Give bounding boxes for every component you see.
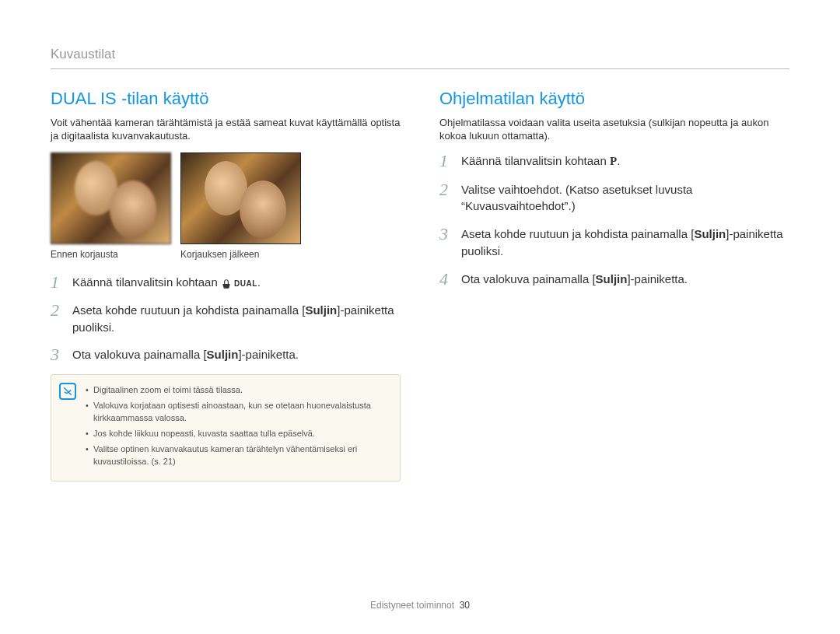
step-text: Käännä tilanvalitsin kohtaan P. <box>461 152 789 170</box>
left-step-3: 3 Ota valokuva painamalla [Suljin]-paini… <box>51 346 401 363</box>
image-row <box>51 152 401 244</box>
note-list: Digitaalinen zoom ei toimi tässä tilassa… <box>86 384 390 468</box>
right-steps: 1 Käännä tilanvalitsin kohtaan P. 2 Vali… <box>439 152 789 288</box>
p-mode-icon: P <box>610 153 617 170</box>
right-heading: Ohjelmatilan käyttö <box>439 89 789 109</box>
step-number: 2 <box>439 181 453 198</box>
page-header: Kuvaustilat <box>51 47 789 69</box>
step-number: 2 <box>51 302 65 319</box>
header-rule <box>51 68 789 69</box>
dual-is-icon: DUAL <box>221 278 257 290</box>
footer-page: 30 <box>460 600 470 611</box>
right-step-1: 1 Käännä tilanvalitsin kohtaan P. <box>439 152 789 170</box>
step-number: 1 <box>51 274 65 291</box>
note-item: Digitaalinen zoom ei toimi tässä tilassa… <box>86 384 390 397</box>
left-step-1: 1 Käännä tilanvalitsin kohtaan DUAL. <box>51 274 401 291</box>
left-steps: 1 Käännä tilanvalitsin kohtaan DUAL. 2 A… <box>51 274 401 364</box>
step-number: 1 <box>439 152 453 170</box>
left-heading: DUAL IS -tilan käyttö <box>51 89 401 109</box>
right-intro: Ohjelmatilassa voidaan valita useita ase… <box>439 117 789 143</box>
left-intro: Voit vähentää kameran tärähtämistä ja es… <box>51 117 401 143</box>
photo-before <box>51 152 171 244</box>
footer-section: Edistyneet toiminnot <box>370 600 454 611</box>
note-item: Valokuva korjataan optisesti ainoastaan,… <box>86 400 390 425</box>
step-text: Ota valokuva painamalla [Suljin]-painike… <box>461 271 789 288</box>
step-text: Ota valokuva painamalla [Suljin]-painike… <box>72 346 401 363</box>
left-step-2: 2 Aseta kohde ruutuun ja kohdista painam… <box>51 302 401 336</box>
hand-icon <box>221 278 232 290</box>
page-footer: Edistyneet toiminnot 30 <box>0 600 840 611</box>
step-text: Käännä tilanvalitsin kohtaan DUAL. <box>72 274 401 291</box>
header-label: Kuvaustilat <box>51 47 789 62</box>
right-step-4: 4 Ota valokuva painamalla [Suljin]-paini… <box>439 271 789 288</box>
note-item: Jos kohde liikkuu nopeasti, kuvasta saat… <box>86 428 390 440</box>
content-columns: DUAL IS -tilan käyttö Voit vähentää kame… <box>51 89 789 482</box>
step-text: Aseta kohde ruutuun ja kohdista painamal… <box>461 226 789 260</box>
right-step-3: 3 Aseta kohde ruutuun ja kohdista painam… <box>439 226 789 260</box>
note-item: Valitse optinen kuvanvakautus kameran tä… <box>86 443 390 468</box>
note-icon <box>59 383 76 400</box>
right-step-2: 2 Valitse vaihtoehdot. (Katso asetukset … <box>439 181 789 215</box>
photo-after <box>180 152 301 244</box>
caption-before: Ennen korjausta <box>51 249 171 260</box>
step-text: Aseta kohde ruutuun ja kohdista painamal… <box>72 302 401 336</box>
note-box: Digitaalinen zoom ei toimi tässä tilassa… <box>51 374 401 482</box>
caption-row: Ennen korjausta Korjauksen jälkeen <box>51 249 401 260</box>
caption-after: Korjauksen jälkeen <box>180 249 301 260</box>
step-number: 4 <box>439 271 453 288</box>
step-text: Valitse vaihtoehdot. (Katso asetukset lu… <box>461 181 789 215</box>
step-number: 3 <box>439 226 453 243</box>
left-column: DUAL IS -tilan käyttö Voit vähentää kame… <box>51 89 401 482</box>
right-column: Ohjelmatilan käyttö Ohjelmatilassa voida… <box>439 89 789 482</box>
step-number: 3 <box>51 346 65 363</box>
